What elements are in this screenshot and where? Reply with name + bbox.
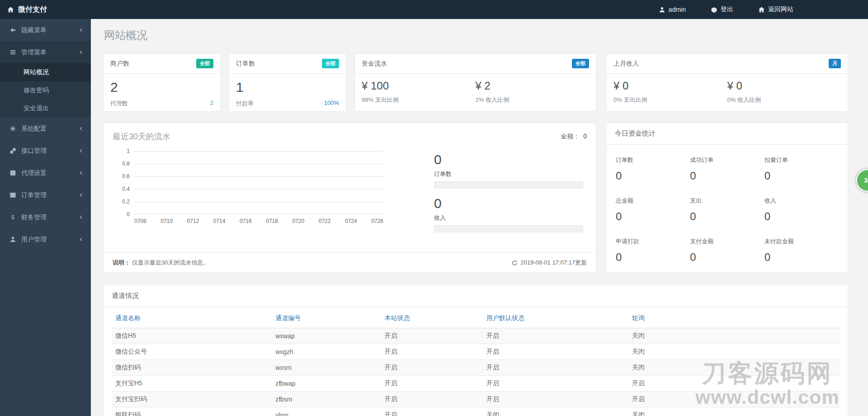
refresh-control[interactable]: 2019-08-01 17:07:17更新: [512, 259, 587, 267]
dollar-icon: $: [9, 214, 16, 221]
stat-cell: 支付金额 0: [690, 230, 764, 270]
table-icon: [9, 192, 16, 199]
cell-channel-name: 微信H5: [112, 328, 272, 344]
channels-title: 通道情况: [104, 285, 848, 307]
stat-value: 0: [690, 170, 764, 182]
income-amount: ¥ 2: [476, 80, 590, 92]
chevron-left-icon: [79, 237, 84, 242]
cell-polling: 开启: [628, 392, 840, 407]
funds-flow-card: 资金流水 全部 ¥ 100 98% 支出比例 ¥ 2 2% 收入比例: [354, 53, 596, 112]
flow-panel: 最近30天的流水 金额：0 1 0.8 0.6 0.4 0.2 0: [103, 123, 596, 273]
sidebar-item-user-manage[interactable]: 用户管理: [0, 228, 91, 251]
cell-site-status: 开启: [381, 407, 483, 416]
cell-channel-code: zfbsm: [272, 392, 381, 407]
card-title: 商户数: [110, 60, 129, 68]
stat-value: 0: [764, 210, 839, 223]
today-stats-panel: 今日资金统计 订单数 0 成功订单 0 扣量订单 0 总金额: [606, 123, 848, 273]
note-label: 说明：: [113, 259, 130, 266]
stat-value: 0: [616, 251, 690, 264]
sidebar-item-system-config[interactable]: 系统配置: [0, 118, 91, 140]
svg-text:$: $: [11, 214, 14, 221]
cell-polling: 关闭: [628, 360, 840, 376]
amount-total: 金额：0: [561, 132, 587, 141]
cell-channel-code: wxsm: [272, 360, 381, 376]
card-title: 订单数: [236, 60, 255, 68]
main-content: 网站概况 商户数 全部 2 代理数 2 订单数 全部: [91, 19, 868, 416]
stat-value: 0: [764, 170, 839, 182]
user-icon: [659, 6, 665, 13]
sidebar-item-manage-menu[interactable]: 管理菜单: [0, 41, 91, 63]
stat-label: 订单数: [616, 156, 690, 164]
cell-site-status: 开启: [381, 392, 483, 407]
sidebar-item-label: 订单管理: [21, 191, 74, 199]
sidebar-item-label: 代理设置: [21, 169, 74, 177]
stat-label: 未付款金额: [764, 237, 839, 246]
cell-user-default-status: 开启: [483, 376, 628, 392]
sidebar: 隐藏菜单 管理菜单 网站概况 修改密码 安全退出: [0, 19, 91, 416]
sidebar-subitem-change-password[interactable]: 修改密码: [0, 81, 91, 99]
brand[interactable]: 微付支付: [0, 5, 91, 14]
cell-channel-code: wxwap: [272, 328, 381, 344]
table-row: 微信扫码 wxsm 开启 开启 关闭: [112, 360, 840, 376]
orders-count: 1: [236, 80, 339, 95]
y-tick: 0: [127, 211, 130, 217]
last-month-income-card: 上月收入 月 ¥ 0 0% 支出比例 ¥ 0 0% 收入比例: [606, 53, 848, 112]
x-tick: 0724: [345, 218, 357, 224]
stat-cell: 成功订单 0: [690, 148, 764, 189]
sub-value: 100%: [324, 99, 339, 108]
refresh-icon: [512, 260, 518, 266]
sub-label: 付款率: [236, 99, 254, 108]
orders-metric-label: 订单数: [434, 170, 583, 178]
column-header-channel-code[interactable]: 通道编号: [272, 309, 381, 328]
merchants-card: 商户数 全部 2 代理数 2: [103, 53, 221, 112]
column-header-site-status[interactable]: 本站状态: [381, 309, 483, 328]
gear-icon: [9, 125, 16, 132]
y-tick: 0.4: [122, 186, 130, 192]
income-metric-label: 收入: [434, 214, 583, 222]
subitem-label: 修改密码: [24, 86, 49, 95]
amount-value: 0: [583, 132, 587, 140]
stat-value: 0: [616, 170, 690, 182]
stat-label: 成功订单: [690, 156, 764, 164]
power-icon: [711, 6, 717, 13]
stat-cell: 未付款金额 0: [764, 230, 839, 270]
note-text: 仅显示最近30天的流水信息。: [132, 259, 209, 266]
column-header-channel-name[interactable]: 通道名称: [112, 309, 272, 328]
sidebar-subitem-safe-exit[interactable]: 安全退出: [0, 99, 91, 118]
table-row: 支付宝H5 zfbwap 开启 开启 开启: [112, 376, 840, 392]
stat-cell: 扣量订单 0: [764, 148, 839, 189]
stat-cell: 订单数 0: [616, 148, 690, 189]
expense-amount: ¥ 100: [362, 80, 476, 92]
column-header-polling[interactable]: 轮询: [628, 309, 840, 328]
stat-label: 扣量订单: [764, 156, 839, 164]
logout-button[interactable]: 登出: [711, 5, 733, 14]
x-tick: 0714: [213, 218, 226, 224]
amount-label: 金额：: [561, 132, 580, 140]
sidebar-item-order-manage[interactable]: 订单管理: [0, 184, 91, 206]
income-amount: ¥ 0: [727, 80, 841, 92]
x-tick: 0718: [266, 218, 278, 224]
flow-panel-title: 最近30天的流水: [113, 131, 170, 142]
y-tick: 0.6: [122, 173, 130, 180]
x-tick: 0722: [319, 218, 331, 224]
sidebar-item-hide-menu[interactable]: 隐藏菜单: [0, 19, 91, 41]
stat-value: 0: [616, 210, 690, 223]
stat-cell: 支出 0: [690, 189, 764, 230]
channels-panel: 通道情况 通道名称 通道编号 本站状态 用户默认状态 轮询 微信: [103, 285, 848, 416]
income-metric-value: 0: [434, 196, 583, 211]
sidebar-subitem-site-overview[interactable]: 网站概况: [0, 63, 91, 81]
username-label: admin: [669, 6, 686, 13]
sidebar-item-agent-settings[interactable]: 代理设置: [0, 162, 91, 184]
user-menu[interactable]: admin: [659, 6, 686, 13]
topbar-right: admin 登出 返回网站: [659, 0, 793, 19]
table-row: 银联扫码 ylsm 开启 关闭 关闭: [112, 407, 840, 416]
flow-metrics: 0 订单数 0 收入: [434, 151, 583, 232]
income-ratio: 0% 收入比例: [727, 96, 841, 104]
column-header-user-default-status[interactable]: 用户默认状态: [483, 309, 628, 328]
flow-note: 说明：仅显示最近30天的流水信息。: [113, 259, 209, 267]
sidebar-item-api-manage[interactable]: 接口管理: [0, 140, 91, 162]
sidebar-item-finance-manage[interactable]: $ 财务管理: [0, 206, 91, 228]
chevron-left-icon: [79, 126, 84, 131]
back-to-site-button[interactable]: 返回网站: [758, 5, 793, 14]
subitem-label: 安全退出: [24, 104, 49, 113]
